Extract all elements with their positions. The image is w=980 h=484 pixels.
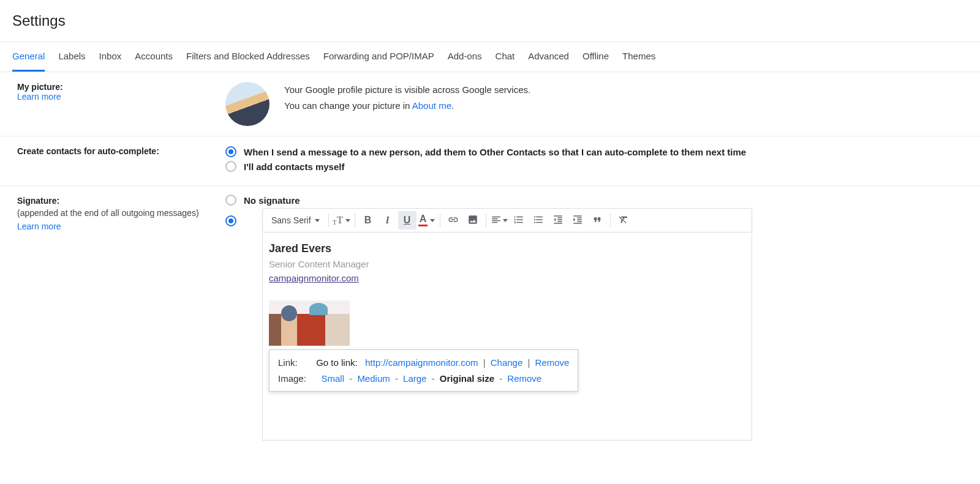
create-contacts-label: Create contacts for auto-complete: xyxy=(17,146,159,156)
font-size-button[interactable] xyxy=(333,211,351,229)
separator xyxy=(486,214,486,227)
text-size-icon xyxy=(333,214,343,226)
indent-more-icon xyxy=(572,214,583,227)
signature-opt-none-label: No signature xyxy=(244,195,300,206)
remove-formatting-icon xyxy=(618,214,629,227)
contacts-opt-manual-label: I'll add contacts myself xyxy=(244,162,344,172)
chevron-down-icon xyxy=(315,219,320,222)
signature-learn-more-link[interactable]: Learn more xyxy=(17,222,225,231)
indent-more-button[interactable] xyxy=(568,211,587,229)
tab-themes[interactable]: Themes xyxy=(622,42,655,72)
font-family-dropdown[interactable]: Sans Serif xyxy=(266,215,325,225)
popup-goto-label: Go to link: xyxy=(316,357,358,368)
signature-url-link[interactable]: campaignmonitor.com xyxy=(269,273,359,283)
align-icon xyxy=(491,214,502,227)
text-color-icon: A xyxy=(418,214,428,226)
image-icon xyxy=(467,214,478,227)
popup-change-link[interactable]: Change xyxy=(491,357,523,368)
underline-button[interactable]: U xyxy=(398,211,417,229)
my-picture-learn-more-link[interactable]: Learn more xyxy=(17,92,61,102)
bullet-list-button[interactable] xyxy=(529,211,548,229)
picture-desc-2-post: . xyxy=(451,100,454,111)
quote-button[interactable] xyxy=(588,211,606,229)
signature-radio-none[interactable] xyxy=(225,195,236,206)
image-size-medium[interactable]: Medium xyxy=(357,373,390,384)
bullet-list-icon xyxy=(533,214,544,227)
remove-formatting-button[interactable] xyxy=(614,211,633,229)
italic-button[interactable]: I xyxy=(379,211,397,229)
section-signature: Signature: (appended at the end of all o… xyxy=(0,186,980,454)
tab-labels[interactable]: Labels xyxy=(58,42,85,72)
separator: | xyxy=(483,357,486,368)
separator: - xyxy=(395,373,398,384)
insert-link-button[interactable] xyxy=(444,211,462,229)
tab-advanced[interactable]: Advanced xyxy=(528,42,569,72)
separator xyxy=(440,214,440,227)
separator xyxy=(610,214,611,227)
image-remove-link[interactable]: Remove xyxy=(507,373,541,384)
italic-icon: I xyxy=(385,215,389,226)
signature-image[interactable] xyxy=(269,300,350,346)
separator: - xyxy=(499,373,502,384)
section-create-contacts: Create contacts for auto-complete: When … xyxy=(0,136,980,186)
separator: - xyxy=(432,373,435,384)
numbered-list-icon xyxy=(513,214,524,227)
contacts-radio-auto[interactable] xyxy=(225,146,236,157)
text-color-button[interactable]: A xyxy=(418,211,436,229)
tab-forwarding[interactable]: Forwarding and POP/IMAP xyxy=(323,42,434,72)
tab-accounts[interactable]: Accounts xyxy=(135,42,173,72)
tab-general[interactable]: General xyxy=(12,42,45,72)
image-size-large[interactable]: Large xyxy=(403,373,426,384)
contacts-radio-manual[interactable] xyxy=(225,161,236,172)
separator xyxy=(355,214,355,227)
indent-less-icon xyxy=(552,214,564,227)
bold-button[interactable]: B xyxy=(359,211,377,229)
picture-desc-2-pre: You can change your picture in xyxy=(284,100,412,111)
signature-radio-custom[interactable] xyxy=(225,215,236,226)
align-button[interactable] xyxy=(490,211,508,229)
indent-less-button[interactable] xyxy=(549,211,567,229)
signature-sublabel: (appended at the end of all outgoing mes… xyxy=(17,208,225,218)
image-size-original[interactable]: Original size xyxy=(440,373,494,384)
popup-image-label: Image: xyxy=(278,371,314,387)
numbered-list-button[interactable] xyxy=(510,211,528,229)
chevron-down-icon xyxy=(430,219,435,222)
about-me-link[interactable]: About me xyxy=(412,100,451,111)
underline-icon: U xyxy=(404,215,411,226)
popup-url-link[interactable]: http://campaignmonitor.com xyxy=(365,357,478,368)
chevron-down-icon xyxy=(503,219,508,222)
tab-addons[interactable]: Add-ons xyxy=(448,42,482,72)
chevron-down-icon xyxy=(345,219,350,222)
tab-offline[interactable]: Offline xyxy=(582,42,609,72)
avatar[interactable] xyxy=(225,82,270,126)
picture-desc-2: You can change your picture in About me. xyxy=(284,98,530,114)
signature-toolbar: Sans Serif B I U A xyxy=(262,208,752,233)
picture-desc-1: Your Google profile picture is visible a… xyxy=(284,82,530,98)
tab-inbox[interactable]: Inbox xyxy=(99,42,122,72)
settings-tabs: General Labels Inbox Accounts Filters an… xyxy=(0,42,980,72)
popup-remove-link[interactable]: Remove xyxy=(535,357,570,368)
separator xyxy=(328,214,329,227)
link-icon xyxy=(448,214,459,227)
tab-chat[interactable]: Chat xyxy=(496,42,515,72)
separator: | xyxy=(527,357,530,368)
quote-icon xyxy=(592,214,603,227)
link-image-popup: Link: Go to link: http://campaignmonitor… xyxy=(269,349,578,392)
separator: - xyxy=(349,373,352,384)
signature-label: Signature: xyxy=(17,196,59,206)
bold-icon: B xyxy=(364,215,372,226)
contacts-opt-auto-label: When I send a message to a new person, a… xyxy=(244,147,746,157)
signature-editor[interactable]: Jared Evers Senior Content Manager campa… xyxy=(262,233,752,441)
popup-link-label: Link: xyxy=(278,355,314,371)
page-title: Settings xyxy=(0,0,980,42)
tab-filters[interactable]: Filters and Blocked Addresses xyxy=(186,42,310,72)
my-picture-label: My picture: xyxy=(17,82,63,92)
signature-name: Jared Evers xyxy=(269,242,745,255)
signature-job-title: Senior Content Manager xyxy=(269,259,745,269)
section-my-picture: My picture: Learn more Your Google profi… xyxy=(0,72,980,136)
font-family-label: Sans Serif xyxy=(271,215,311,225)
image-size-small[interactable]: Small xyxy=(322,373,345,384)
insert-image-button[interactable] xyxy=(464,211,482,229)
